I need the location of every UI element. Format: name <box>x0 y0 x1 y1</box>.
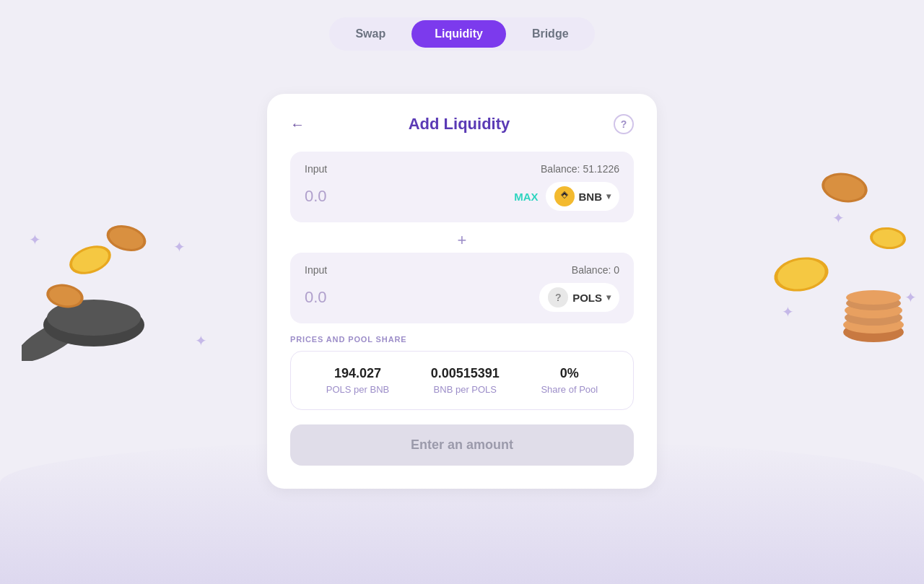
input-label-1: Input <box>305 163 327 175</box>
pols-icon: ? <box>548 287 568 308</box>
tab-bridge[interactable]: Bridge <box>509 20 592 48</box>
tab-swap[interactable]: Swap <box>332 20 409 48</box>
card-header: ← Add Liquidity ? <box>290 114 634 134</box>
svg-point-1 <box>43 303 144 347</box>
pols-token-name: POLS <box>572 292 602 304</box>
decorative-coins-left <box>22 202 152 364</box>
bnb-token-name: BNB <box>579 191 603 203</box>
svg-point-2 <box>47 300 141 336</box>
amount-value-2: 0.0 <box>305 288 327 307</box>
sparkle-icon: ✦ <box>782 303 794 321</box>
svg-point-6 <box>107 224 146 252</box>
help-button[interactable]: ? <box>614 114 634 134</box>
svg-point-10 <box>822 172 866 203</box>
svg-point-17 <box>772 253 832 295</box>
sparkle-icon: ✦ <box>29 231 41 248</box>
tab-liquidity[interactable]: Liquidity <box>411 20 506 48</box>
price-value-2: 0% <box>541 366 598 381</box>
svg-point-4 <box>69 243 111 276</box>
svg-point-14 <box>845 302 902 318</box>
page-title: Add Liquidity <box>409 115 510 134</box>
input-box-2: Input Balance: 0 0.0 ? POLS ▾ <box>290 253 634 323</box>
balance-label-2: Balance: 0 <box>572 264 619 276</box>
svg-point-15 <box>846 296 901 310</box>
max-button-1[interactable]: MAX <box>514 191 538 203</box>
token-controls-2: ? POLS ▾ <box>539 283 619 312</box>
svg-point-16 <box>846 290 901 305</box>
price-item-2: 0% Share of Pool <box>541 366 598 395</box>
plus-separator: + <box>290 231 634 250</box>
sparkle-icon: ✦ <box>195 332 207 349</box>
prices-section: PRICES AND POOL SHARE 194.027 POLS per B… <box>290 335 634 410</box>
token-controls-1: MAX BNB ▾ <box>514 182 619 211</box>
svg-point-19 <box>869 226 907 250</box>
price-desc-1: BNB per POLS <box>431 384 500 395</box>
svg-point-7 <box>45 282 86 311</box>
price-desc-2: Share of Pool <box>541 384 598 395</box>
input-box-1: Input Balance: 51.1226 0.0 MAX <box>290 152 634 222</box>
svg-point-0 <box>22 308 92 361</box>
bnb-icon <box>554 186 575 206</box>
svg-point-12 <box>843 316 904 334</box>
sparkle-icon: ✦ <box>832 209 845 227</box>
svg-point-11 <box>843 322 904 342</box>
svg-point-5 <box>104 221 149 255</box>
amount-value-1: 0.0 <box>305 187 327 206</box>
price-value-0: 194.027 <box>326 366 389 381</box>
main-card: ← Add Liquidity ? Input Balance: 51.1226… <box>267 94 657 489</box>
price-desc-0: POLS per BNB <box>326 384 389 395</box>
sparkle-icon: ✦ <box>173 238 186 256</box>
balance-label-1: Balance: 51.1226 <box>541 163 619 175</box>
prices-label: PRICES AND POOL SHARE <box>290 335 634 344</box>
back-button[interactable]: ← <box>290 116 305 133</box>
svg-point-8 <box>48 284 82 308</box>
sparkle-icon: ✦ <box>905 289 917 306</box>
nav-tabs: Swap Liquidity Bridge <box>329 17 594 51</box>
prices-box: 194.027 POLS per BNB 0.00515391 BNB per … <box>290 351 634 410</box>
pols-token-selector[interactable]: ? POLS ▾ <box>539 283 619 312</box>
svg-point-13 <box>845 310 902 326</box>
svg-point-9 <box>819 170 870 206</box>
chevron-down-icon: ▾ <box>606 191 611 201</box>
price-item-1: 0.00515391 BNB per POLS <box>431 366 500 395</box>
svg-point-3 <box>66 240 116 279</box>
price-item-0: 194.027 POLS per BNB <box>326 366 389 395</box>
svg-point-20 <box>872 228 904 248</box>
decorative-coins-right <box>765 159 910 364</box>
bnb-token-selector[interactable]: BNB ▾ <box>546 182 620 211</box>
price-value-1: 0.00515391 <box>431 366 500 381</box>
input-label-2: Input <box>305 264 327 276</box>
svg-point-18 <box>775 256 827 293</box>
chevron-down-icon-2: ▾ <box>606 292 611 302</box>
enter-amount-button[interactable]: Enter an amount <box>290 424 634 466</box>
